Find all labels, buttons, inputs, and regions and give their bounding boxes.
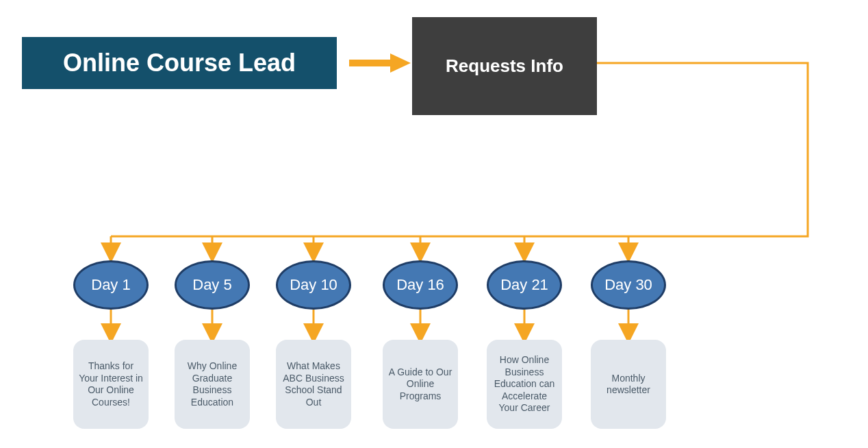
arrow-lead-to-requests: [349, 53, 411, 73]
day-label: Day 21: [500, 276, 548, 294]
requests-label: Requests Info: [446, 55, 563, 77]
day-ellipse-1: Day 1: [73, 260, 149, 310]
day-label: Day 5: [192, 276, 231, 294]
day-ellipse-5: Day 21: [487, 260, 562, 310]
step-card-5: How Online Business Education can Accele…: [487, 340, 562, 429]
day-label: Day 1: [91, 276, 130, 294]
lead-label: Online Course Lead: [63, 49, 296, 77]
card-text: A Guide to Our Online Programs: [387, 366, 454, 403]
svg-marker-1: [390, 53, 411, 73]
step-card-1: Thanks for Your Interest in Our Online C…: [73, 340, 149, 429]
day-label: Day 10: [290, 276, 337, 294]
card-text: How Online Business Education can Accele…: [491, 354, 558, 414]
day-label: Day 16: [396, 276, 444, 294]
step-card-6: Monthly newsletter: [591, 340, 666, 429]
card-text: Why Online Graduate Business Education: [179, 360, 246, 408]
day-label: Day 30: [604, 276, 652, 294]
card-text: What Makes ABC Business School Stand Out: [280, 360, 347, 408]
step-card-4: A Guide to Our Online Programs: [383, 340, 458, 429]
step-card-2: Why Online Graduate Business Education: [175, 340, 250, 429]
requests-box: Requests Info: [412, 17, 597, 115]
step-card-3: What Makes ABC Business School Stand Out: [276, 340, 351, 429]
day-ellipse-6: Day 30: [591, 260, 666, 310]
day-ellipse-2: Day 5: [175, 260, 250, 310]
lead-box: Online Course Lead: [22, 37, 337, 89]
day-ellipse-4: Day 16: [383, 260, 458, 310]
card-text: Thanks for Your Interest in Our Online C…: [77, 360, 144, 408]
day-ellipse-3: Day 10: [276, 260, 351, 310]
card-text: Monthly newsletter: [595, 373, 662, 397]
